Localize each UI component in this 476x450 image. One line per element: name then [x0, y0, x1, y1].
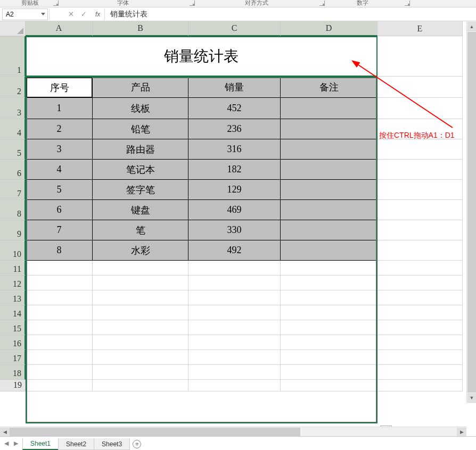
- cell[interactable]: [26, 320, 93, 335]
- vertical-scrollbar[interactable]: ▲ ▼: [466, 21, 476, 403]
- row-header-19[interactable]: 19: [0, 380, 26, 391]
- sheet-tab-3[interactable]: Sheet3: [94, 438, 130, 450]
- cell[interactable]: [93, 320, 188, 335]
- cell[interactable]: [93, 365, 188, 380]
- cell[interactable]: [26, 365, 93, 380]
- cell[interactable]: [93, 276, 188, 290]
- row-header-8[interactable]: 8: [0, 200, 26, 220]
- chevron-down-icon[interactable]: [41, 13, 45, 15]
- cell[interactable]: [281, 320, 377, 335]
- row-header-6[interactable]: 6: [0, 160, 26, 180]
- scroll-up-icon[interactable]: ▲: [467, 22, 476, 31]
- cell[interactable]: 销量: [188, 77, 281, 98]
- horizontal-scrollbar[interactable]: ◀ ▶: [0, 427, 466, 436]
- row-header-14[interactable]: 14: [0, 305, 26, 320]
- cell[interactable]: [26, 380, 93, 391]
- name-box[interactable]: A2: [2, 9, 48, 20]
- select-all-corner[interactable]: [0, 21, 26, 36]
- cell[interactable]: [377, 220, 463, 240]
- cell[interactable]: [188, 261, 281, 276]
- cell[interactable]: [377, 77, 463, 98]
- cell[interactable]: [377, 98, 463, 119]
- cell[interactable]: 签字笔: [93, 180, 188, 200]
- cell[interactable]: [281, 290, 377, 305]
- cell[interactable]: [26, 261, 93, 276]
- cell[interactable]: 1: [26, 98, 93, 119]
- cell[interactable]: [377, 320, 463, 335]
- cell[interactable]: 330: [188, 220, 281, 240]
- cell[interactable]: [377, 335, 463, 350]
- row-header-13[interactable]: 13: [0, 290, 26, 305]
- cancel-icon[interactable]: ✕: [64, 9, 77, 20]
- cell[interactable]: [377, 350, 463, 365]
- row-header-15[interactable]: 15: [0, 320, 26, 335]
- cell[interactable]: 4: [26, 160, 93, 180]
- cell[interactable]: 452: [188, 98, 281, 119]
- cell[interactable]: [377, 261, 463, 276]
- cell[interactable]: [377, 240, 463, 261]
- cell[interactable]: [281, 220, 377, 240]
- cell[interactable]: [281, 119, 377, 139]
- cell[interactable]: [377, 36, 463, 77]
- cell[interactable]: 129: [188, 180, 281, 200]
- cell[interactable]: [26, 305, 93, 320]
- cell[interactable]: 笔记本: [93, 160, 188, 180]
- row-header-5[interactable]: 5: [0, 139, 26, 160]
- formula-input[interactable]: 销量统计表: [106, 10, 476, 19]
- cell[interactable]: [281, 261, 377, 276]
- scroll-right-icon[interactable]: ▶: [457, 428, 466, 436]
- row-header-2[interactable]: 2: [0, 77, 26, 98]
- cell[interactable]: 笔: [93, 220, 188, 240]
- cell[interactable]: [281, 180, 377, 200]
- cell[interactable]: [377, 380, 463, 391]
- cell[interactable]: [281, 160, 377, 180]
- cell[interactable]: [93, 350, 188, 365]
- sheet-tab-1[interactable]: Sheet1: [22, 438, 59, 450]
- cell[interactable]: [377, 290, 463, 305]
- sheet-tab-2[interactable]: Sheet2: [58, 438, 94, 450]
- row-header-18[interactable]: 18: [0, 365, 26, 380]
- cell[interactable]: 182: [188, 160, 281, 180]
- cell[interactable]: [281, 139, 377, 160]
- dialog-launcher-icon[interactable]: [405, 1, 410, 6]
- cell[interactable]: [188, 365, 281, 380]
- cells-grid[interactable]: 销量统计表序号产品销量备注1线板4522铅笔2363路由器3164笔记本1825…: [26, 36, 463, 391]
- cell[interactable]: 6: [26, 200, 93, 220]
- fx-icon[interactable]: fx: [95, 11, 100, 18]
- cell[interactable]: [26, 290, 93, 305]
- cell[interactable]: 8: [26, 240, 93, 261]
- cell[interactable]: [377, 305, 463, 320]
- cell[interactable]: 469: [188, 200, 281, 220]
- cell[interactable]: [281, 335, 377, 350]
- cell[interactable]: [26, 276, 93, 290]
- cell[interactable]: [26, 335, 93, 350]
- col-header-D[interactable]: D: [281, 21, 377, 36]
- tab-nav[interactable]: ◀ ▶: [0, 440, 22, 447]
- row-header-10[interactable]: 10: [0, 240, 26, 261]
- title-cell[interactable]: 销量统计表: [26, 36, 377, 77]
- cell[interactable]: [281, 380, 377, 391]
- cell[interactable]: 316: [188, 139, 281, 160]
- cell[interactable]: [188, 276, 281, 290]
- cell[interactable]: [281, 365, 377, 380]
- dialog-launcher-icon[interactable]: [190, 1, 195, 6]
- col-header-B[interactable]: B: [93, 21, 188, 36]
- cell[interactable]: 5: [26, 180, 93, 200]
- cell[interactable]: [188, 305, 281, 320]
- dialog-launcher-icon[interactable]: [319, 1, 325, 6]
- cell[interactable]: 2: [26, 119, 93, 139]
- row-header-1[interactable]: 1: [0, 36, 26, 77]
- cell[interactable]: [26, 350, 93, 365]
- cell[interactable]: [281, 305, 377, 320]
- dialog-launcher-icon[interactable]: [53, 1, 59, 6]
- row-header-7[interactable]: 7: [0, 180, 26, 200]
- cell[interactable]: [93, 261, 188, 276]
- cell[interactable]: 路由器: [93, 139, 188, 160]
- cell[interactable]: 236: [188, 119, 281, 139]
- cell[interactable]: [281, 350, 377, 365]
- cell[interactable]: [93, 335, 188, 350]
- cell[interactable]: [188, 335, 281, 350]
- cell[interactable]: [281, 276, 377, 290]
- cell[interactable]: [281, 98, 377, 119]
- cell[interactable]: [377, 200, 463, 220]
